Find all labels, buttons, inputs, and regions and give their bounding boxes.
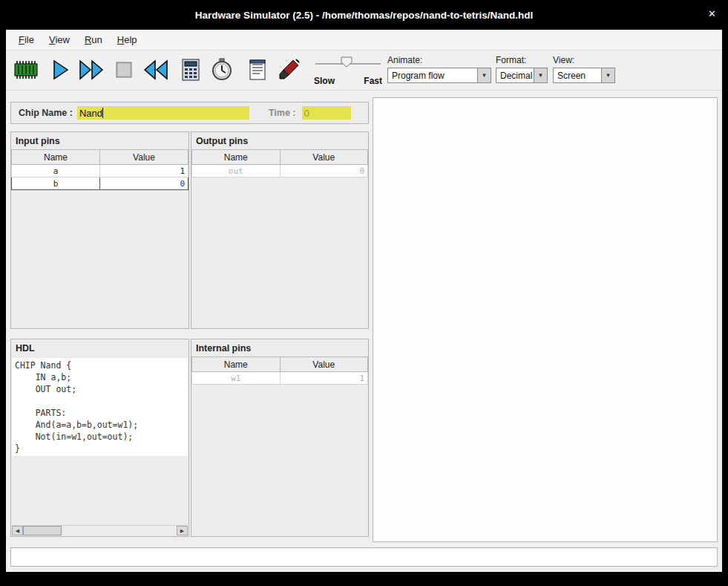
stop-icon — [115, 61, 133, 79]
internal-pins-title: Internal pins — [191, 339, 368, 357]
pin-name-cell: b — [12, 178, 100, 190]
clock-button[interactable] — [208, 56, 236, 84]
run-button[interactable] — [78, 56, 106, 84]
table-header-row: Name Value — [192, 150, 368, 165]
output-pins-table: Name Value out 0 — [191, 149, 368, 178]
reset-button[interactable] — [141, 56, 169, 84]
hdl-title: HDL — [11, 339, 188, 357]
table-row: out 0 — [192, 165, 368, 178]
column-header-name: Name — [192, 357, 281, 372]
scroll-right-icon[interactable]: ▶ — [177, 526, 188, 535]
format-group: Format: Decimal ▼ — [496, 55, 548, 83]
animate-selected-value: Program flow — [388, 68, 477, 82]
animate-label: Animate: — [387, 55, 491, 65]
time-label: Time : — [269, 108, 296, 118]
table-header-row: Name Value — [192, 357, 368, 372]
table-row: b 0 — [12, 178, 188, 190]
table-row: w1 1 — [192, 372, 368, 385]
view-group: View: Screen ▼ — [553, 55, 615, 83]
animate-group: Animate: Program flow ▼ — [387, 55, 491, 83]
view-hdl-button[interactable] — [243, 56, 272, 84]
time-field[interactable]: 0 — [302, 106, 351, 120]
status-message-bar — [10, 547, 718, 567]
speed-slider: Slow Fast — [314, 53, 382, 88]
view-select[interactable]: Screen ▼ — [553, 68, 615, 83]
column-header-name: Name — [12, 150, 100, 165]
chip-icon — [13, 59, 39, 80]
hdl-code-view: CHIP Nand { IN a,b; OUT out; PARTS: And(… — [12, 358, 188, 456]
menu-help[interactable]: Help — [111, 31, 144, 48]
animate-select[interactable]: Program flow ▼ — [387, 68, 491, 83]
table-row: a 1 — [12, 165, 188, 178]
pin-value-cell[interactable]: 1 — [100, 165, 188, 178]
menu-view[interactable]: View — [42, 31, 76, 48]
stopwatch-icon — [211, 58, 233, 82]
hdl-panel: HDL CHIP Nand { IN a,b; OUT out; PARTS: … — [10, 339, 189, 537]
close-icon[interactable]: ✕ — [708, 8, 716, 19]
column-header-value: Value — [280, 150, 368, 165]
title-bar: Hardware Simulator (2.5) - /home/thomas/… — [0, 0, 728, 30]
internal-pins-panel: Internal pins Name Value w1 1 — [191, 339, 369, 537]
pin-value-cell: 0 — [280, 165, 368, 178]
hdl-horizontal-scrollbar[interactable]: ◀ ▶ — [12, 525, 188, 535]
stop-button[interactable] — [110, 56, 138, 84]
text-cursor — [102, 108, 103, 118]
brush-icon — [277, 58, 301, 82]
table-header-row: Name Value — [12, 150, 188, 165]
hardware-simulator-window: { "window": { "title": "Hardware Simulat… — [0, 0, 728, 586]
chevron-down-icon[interactable]: ▼ — [601, 68, 614, 82]
view-selected-value: Screen — [554, 68, 601, 82]
document-icon — [248, 59, 267, 81]
menu-run[interactable]: Run — [78, 31, 109, 48]
chevron-down-icon[interactable]: ▼ — [477, 68, 491, 82]
pin-value-cell: 1 — [280, 372, 368, 385]
chip-name-field[interactable]: Nand — [77, 106, 249, 120]
load-chip-button[interactable] — [12, 56, 40, 84]
format-selected-value: Decimal — [496, 68, 534, 82]
view-label: View: — [553, 55, 615, 65]
slider-thumb[interactable] — [341, 56, 352, 71]
column-header-name: Name — [192, 150, 281, 165]
internal-pins-table: Name Value w1 1 — [191, 357, 368, 385]
calculator-button[interactable] — [177, 56, 205, 84]
chip-name-label: Chip Name : — [19, 108, 73, 118]
output-pins-panel: Output pins Name Value out 0 — [191, 131, 369, 329]
pin-name-cell: out — [192, 165, 281, 178]
chevron-down-icon[interactable]: ▼ — [534, 68, 547, 82]
fast-label: Fast — [364, 76, 382, 86]
pin-name-cell: a — [12, 165, 100, 178]
slow-label: Slow — [314, 76, 335, 86]
menu-file[interactable]: File — [12, 31, 41, 48]
window-title: Hardware Simulator (2.5) - /home/thomas/… — [195, 10, 533, 21]
scroll-thumb[interactable] — [23, 526, 62, 535]
menu-bar: File View Run Help — [6, 30, 722, 51]
scroll-left-icon[interactable]: ◀ — [12, 526, 23, 535]
column-header-value: Value — [280, 357, 368, 372]
main-window: File View Run Help — [6, 30, 722, 572]
scroll-track[interactable] — [23, 526, 177, 535]
rewind-icon — [142, 59, 168, 81]
format-label: Format: — [496, 55, 548, 65]
format-select[interactable]: Decimal ▼ — [496, 68, 548, 83]
input-pins-panel: Input pins Name Value a 1 b 0 — [10, 131, 189, 329]
step-forward-icon — [50, 59, 72, 81]
column-header-value: Value — [100, 150, 188, 165]
input-pins-title: Input pins — [11, 132, 188, 149]
pin-value-cell[interactable]: 0 — [100, 178, 188, 190]
fast-forward-icon — [79, 59, 105, 81]
input-pins-table: Name Value a 1 b 0 — [11, 149, 188, 190]
paint-button[interactable] — [275, 56, 303, 84]
output-pins-title: Output pins — [191, 132, 368, 149]
chip-name-bar: Chip Name : Nand Time : 0 — [10, 102, 369, 124]
calculator-icon — [180, 58, 201, 82]
toolbar: Slow Fast Animate: Program flow ▼ Format… — [6, 51, 722, 91]
screen-view-panel — [373, 97, 718, 542]
single-step-button[interactable] — [47, 56, 75, 84]
pin-name-cell: w1 — [192, 372, 281, 385]
